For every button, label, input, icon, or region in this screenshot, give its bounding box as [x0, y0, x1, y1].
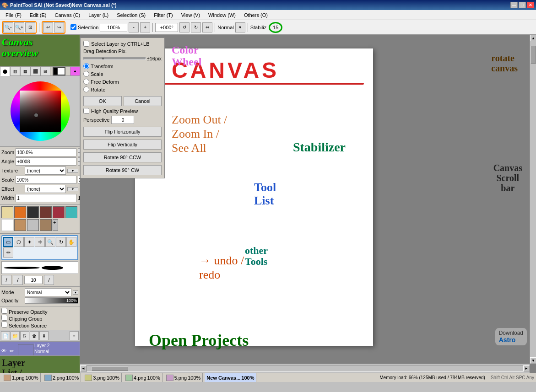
blend-mode-button[interactable]: ▾ [235, 22, 245, 32]
layer-item-2[interactable]: 👁 ✏ Layer 2 Normal 100% [0, 342, 80, 356]
rotate-cw-button[interactable]: Rotate 90° CW [83, 165, 162, 175]
close-button[interactable]: ✕ [527, 2, 534, 8]
rotate-ccw-button[interactable]: Rotate 90° CCW [83, 152, 162, 162]
swatch-brown[interactable] [14, 219, 26, 231]
angle-option-input[interactable] [16, 157, 76, 166]
rotate-left-button[interactable]: ↺ [179, 22, 189, 32]
transform-radio[interactable] [83, 63, 89, 69]
new-layer-set-btn[interactable]: 📁 [11, 331, 20, 340]
file-thumb-4[interactable]: 4.png 100% [124, 373, 162, 382]
flip-h-button[interactable]: ⇔ [202, 22, 212, 32]
pen-tool[interactable]: / [1, 275, 11, 285]
swatch-darkgray[interactable] [27, 206, 39, 218]
swatch-white[interactable] [1, 219, 13, 231]
opacity-slider[interactable]: 100% [25, 297, 78, 304]
move-tool[interactable]: ✛ [35, 237, 45, 247]
mode-select[interactable]: Normal [25, 288, 71, 296]
hq-preview-check[interactable] [83, 108, 89, 114]
delete-layer-btn[interactable]: 🗑 [30, 331, 39, 340]
fit-button[interactable]: ⊡ [25, 22, 35, 32]
scale-radio[interactable] [83, 71, 89, 77]
file-thumb-3[interactable]: 3.png 100% [83, 373, 122, 382]
color-picker-btn[interactable]: ● [70, 67, 80, 76]
preserve-opacity-check[interactable] [1, 308, 7, 314]
clipping-group-check[interactable] [1, 315, 7, 321]
color-square[interactable] [20, 91, 61, 132]
menu-edit[interactable]: Edit (E) [26, 11, 50, 19]
swatch-red[interactable] [53, 206, 65, 218]
texture-select[interactable]: (none) [25, 166, 66, 175]
color-wheel[interactable] [11, 81, 70, 141]
canvas-scrollbar-v[interactable]: ▲ ▼ [530, 35, 536, 364]
zoom-tool[interactable]: 🔍 [45, 237, 55, 247]
effect-btn[interactable]: ▾ [67, 187, 78, 191]
scroll-up-arrow[interactable]: ▲ [530, 35, 536, 41]
swatch-brown2[interactable] [40, 219, 52, 231]
mode-btn[interactable]: ▾ [73, 290, 78, 295]
menu-window[interactable]: Window (W) [205, 11, 239, 19]
zoom-input[interactable] [100, 23, 127, 32]
select-poly-tool[interactable]: ⬡ [14, 237, 24, 247]
layer-2-lock-icon[interactable]: ✏ [10, 348, 17, 355]
color-tab-rgb[interactable]: ▥ [10, 67, 20, 76]
zoom-inc-button[interactable]: + [140, 22, 150, 32]
zoom-in-button[interactable]: 🔍+ [14, 22, 24, 32]
hand-tool[interactable]: ✋ [66, 237, 76, 247]
drag-slider[interactable] [83, 57, 146, 60]
maximize-button[interactable]: □ [519, 2, 526, 8]
bg-color-box[interactable] [57, 67, 65, 75]
swatch-orange[interactable] [14, 206, 26, 218]
h-scroll-thumb[interactable] [92, 366, 128, 371]
brush3-tool[interactable]: / [44, 275, 54, 285]
wand-tool[interactable]: ✦ [24, 237, 34, 247]
layer-more-btn[interactable]: ≡ [70, 331, 79, 340]
color-tab-3[interactable]: ⬛ [30, 67, 40, 76]
new-layer-btn[interactable]: 📄 [1, 331, 10, 340]
flip-h-button[interactable]: Flip Horizontally [83, 127, 162, 137]
swatch-gray[interactable] [27, 219, 39, 231]
active-file-thumb[interactable]: New Canvas... 100% [205, 373, 256, 382]
rotate-right-button[interactable]: ↻ [191, 22, 201, 32]
scroll-down-arrow[interactable]: ▼ [530, 357, 536, 364]
v-scroll-thumb[interactable] [531, 46, 536, 64]
color-tab-wheel[interactable]: ⬤ [0, 67, 10, 76]
selection-checkbox[interactable] [70, 24, 76, 30]
swatch-tan[interactable] [1, 206, 13, 218]
eyedrop-tool[interactable]: ✏ [3, 247, 13, 258]
select-rect-tool[interactable]: ▭ [3, 237, 13, 247]
menu-selection[interactable]: Selection (S) [113, 11, 149, 19]
merge-layer-btn[interactable]: ⬇ [39, 331, 49, 340]
color-tab-4[interactable]: ⊞ [40, 67, 50, 76]
menu-filter[interactable]: Filter (T) [150, 11, 177, 19]
menu-canvas[interactable]: Canvas (C) [51, 11, 84, 19]
scale-input[interactable] [16, 176, 76, 184]
redo-button[interactable]: ↪ [54, 22, 64, 32]
brush-size-input[interactable] [24, 276, 43, 284]
free-deform-radio[interactable] [83, 79, 89, 85]
scroll-left-arrow[interactable]: ◄ [80, 365, 87, 372]
file-thumb-2[interactable]: 2.png 100% [43, 373, 81, 382]
select-layer-check[interactable] [83, 41, 89, 47]
download-overlay[interactable]: DownloadAstro [495, 328, 527, 345]
menu-layer[interactable]: Layer (L) [85, 11, 112, 19]
color-wheel-container[interactable] [0, 76, 80, 146]
layer-2-eye-icon[interactable]: 👁 [1, 348, 9, 355]
undo-button[interactable]: ↩ [43, 22, 53, 32]
perspective-input[interactable] [111, 116, 134, 124]
effect-select[interactable]: (none) [25, 185, 66, 193]
zoom-out-button[interactable]: 🔍- [3, 22, 13, 32]
angle-input[interactable] [155, 23, 178, 32]
canvas-scrollbar-h[interactable]: ◄ ► [80, 364, 530, 373]
swatch-add[interactable]: + [53, 219, 58, 231]
file-thumb-1[interactable]: 1.png 100% [2, 373, 41, 382]
zoom-dec-button[interactable]: - [129, 22, 139, 32]
stabilizer-input[interactable] [270, 23, 281, 32]
menu-others[interactable]: Others (O) [240, 11, 271, 19]
zoom-option-input[interactable] [16, 148, 76, 156]
pen2-tool[interactable]: / [13, 275, 23, 285]
file-thumb-5[interactable]: 5.png 100% [164, 373, 203, 382]
color-tab-2[interactable]: ▦ [20, 67, 30, 76]
menu-view[interactable]: View (V) [178, 11, 204, 19]
flip-v-button[interactable]: Flip Vertically [83, 140, 162, 150]
minimize-button[interactable]: — [510, 2, 518, 8]
